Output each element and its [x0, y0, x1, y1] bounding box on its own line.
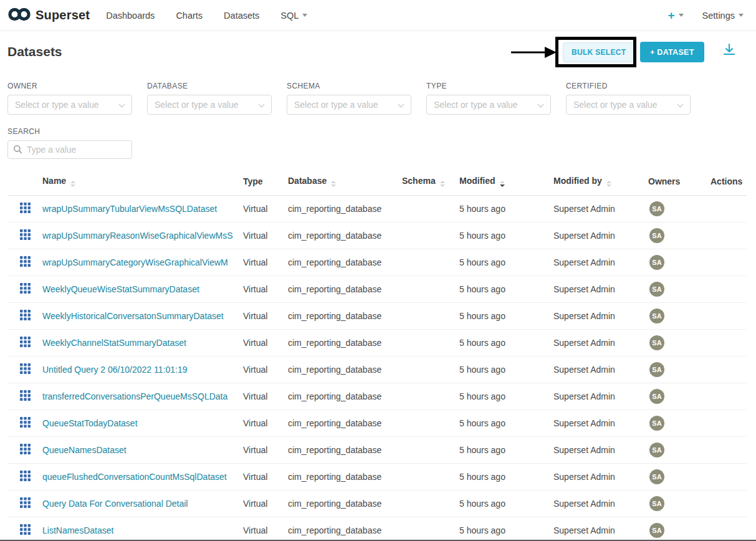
bulk-select-button[interactable]: BULK SELECT — [563, 42, 634, 62]
col-label: Owners — [648, 176, 680, 186]
owner-avatar[interactable]: SA — [649, 309, 664, 323]
table-row: WeeklyChannelStatSummaryDataset Virtual … — [7, 329, 747, 356]
chevron-down-icon — [739, 14, 744, 17]
select-placeholder: Select or type a value — [155, 100, 239, 110]
select-placeholder: Select or type a value — [15, 100, 99, 110]
dataset-modified: 5 hours ago — [459, 517, 553, 541]
search-input[interactable] — [7, 140, 132, 159]
navbar-right: + Settings — [667, 9, 744, 21]
nav-charts[interactable]: Charts — [176, 11, 203, 21]
type-select[interactable]: Select or type a value — [426, 95, 551, 115]
dataset-database: cim_reporting_database — [288, 517, 402, 541]
owner-avatar[interactable]: SA — [649, 255, 664, 270]
settings-menu-button[interactable]: Settings — [702, 11, 744, 21]
col-header-name[interactable]: Name — [42, 168, 243, 195]
dataset-type: Virtual — [243, 356, 288, 383]
nav-datasets[interactable]: Datasets — [224, 11, 259, 21]
dataset-grid-icon — [20, 366, 31, 376]
dataset-name-link[interactable]: Query Data For Conversational Detail — [42, 499, 188, 509]
table-header-row: Name Type Database Schema Modified Modif… — [7, 168, 747, 195]
dataset-name-link[interactable]: transferredConversationsPerQueueMsSQLDat… — [42, 391, 227, 401]
owner-avatar[interactable]: SA — [649, 389, 664, 404]
dataset-schema — [402, 356, 459, 383]
search-label: SEARCH — [7, 127, 756, 136]
owner-avatar[interactable]: SA — [649, 362, 664, 377]
dataset-actions-cell — [711, 195, 747, 222]
sort-icon — [70, 181, 75, 187]
chevron-down-icon — [538, 102, 544, 108]
dataset-schema — [402, 329, 459, 356]
dataset-modified-by: Superset Admin — [553, 275, 648, 302]
filter-owner: OWNER Select or type a value — [7, 82, 132, 115]
owner-select[interactable]: Select or type a value — [7, 95, 132, 115]
dataset-modified-by: Superset Admin — [553, 329, 648, 356]
superset-brand[interactable]: Superset — [7, 7, 90, 24]
dataset-name-link[interactable]: WeeklyChannelStatSummaryDataset — [42, 338, 186, 348]
col-header-database[interactable]: Database — [288, 168, 402, 195]
dataset-modified: 5 hours ago — [459, 249, 553, 275]
filter-label: TYPE — [426, 82, 551, 90]
dataset-actions-cell — [711, 249, 747, 275]
dataset-modified: 5 hours ago — [459, 329, 553, 356]
owner-avatar[interactable]: SA — [649, 496, 664, 511]
owner-avatar[interactable]: SA — [649, 335, 664, 350]
schema-select[interactable]: Select or type a value — [287, 95, 411, 115]
owner-avatar[interactable]: SA — [649, 523, 664, 538]
datasets-table-body: wrapUpSummaryTubularViewMsSQLDataset Vir… — [7, 195, 747, 541]
dataset-modified: 5 hours ago — [459, 195, 553, 222]
dataset-actions-cell — [711, 409, 747, 436]
page-title: Datasets — [7, 44, 62, 59]
dataset-name-link[interactable]: WeeklyQueueWiseStatSummaryDataset — [42, 284, 199, 294]
dataset-type: Virtual — [243, 517, 288, 541]
dataset-type: Virtual — [243, 195, 288, 222]
owner-avatar[interactable]: SA — [649, 469, 664, 484]
dataset-type: Virtual — [243, 409, 288, 436]
col-label: Schema — [402, 176, 436, 186]
add-dataset-button[interactable]: + DATASET — [640, 42, 704, 62]
select-placeholder: Select or type a value — [294, 100, 378, 110]
dataset-type: Virtual — [243, 329, 288, 356]
col-header-modified-by[interactable]: Modified by — [553, 168, 648, 195]
select-placeholder: Select or type a value — [434, 100, 518, 110]
col-header-modified[interactable]: Modified — [459, 168, 553, 195]
filter-label: SCHEMA — [287, 82, 411, 90]
new-item-menu-button[interactable]: + — [667, 9, 683, 21]
owner-avatar[interactable]: SA — [649, 443, 664, 457]
owner-avatar[interactable]: SA — [649, 228, 664, 243]
dataset-grid-icon — [20, 473, 31, 483]
dataset-name-link[interactable]: Untitled Query 2 06/10/2022 11:01:19 — [42, 365, 187, 375]
icon-column-header — [7, 168, 42, 195]
dataset-type: Virtual — [243, 249, 288, 275]
dataset-schema — [402, 383, 459, 409]
dataset-name-link[interactable]: wrapUpSummaryCategoryWiseGraphicalViewM — [42, 257, 228, 267]
dataset-name-link[interactable]: wrapUpSummaryTubularViewMsSQLDataset — [42, 204, 217, 214]
dataset-name-link[interactable]: QueueNamesDataset — [42, 445, 127, 455]
filter-database: DATABASE Select or type a value — [147, 82, 272, 115]
dataset-name-link[interactable]: WeeklyHistoricalConversatonSummaryDatase… — [42, 311, 224, 321]
database-select[interactable]: Select or type a value — [147, 95, 272, 115]
dataset-grid-icon — [20, 527, 31, 537]
dataset-name-link[interactable]: QueueStatTodayDataset — [42, 418, 138, 428]
dataset-schema — [402, 222, 459, 249]
certified-select[interactable]: Select or type a value — [566, 95, 691, 115]
dataset-name-link[interactable]: queueFlushedConversationCountMsSqlDatase… — [42, 472, 227, 482]
col-header-schema[interactable]: Schema — [402, 168, 459, 195]
nav-sql[interactable]: SQL — [280, 11, 307, 21]
owner-avatar[interactable]: SA — [649, 201, 664, 216]
dataset-name-link[interactable]: ListNamesDataset — [42, 525, 113, 535]
col-label: Modified by — [553, 176, 602, 186]
owner-avatar[interactable]: SA — [649, 282, 664, 297]
owner-avatar[interactable]: SA — [649, 416, 664, 431]
dataset-schema — [402, 275, 459, 302]
sort-desc-icon — [500, 181, 505, 187]
dataset-actions-cell — [711, 222, 747, 249]
export-download-icon[interactable] — [722, 42, 737, 60]
table-row: ListNamesDataset Virtual cim_reporting_d… — [7, 517, 747, 541]
dataset-name-link[interactable]: wrapUpSummaryReasonWiseGraphicalViewMsS — [42, 231, 233, 241]
col-label: Type — [243, 176, 263, 186]
dataset-modified: 5 hours ago — [459, 356, 553, 383]
dataset-schema — [402, 463, 459, 490]
dataset-database: cim_reporting_database — [288, 383, 402, 409]
nav-dashboards[interactable]: Dashboards — [106, 11, 155, 21]
filter-label: CERTIFIED — [566, 82, 691, 90]
